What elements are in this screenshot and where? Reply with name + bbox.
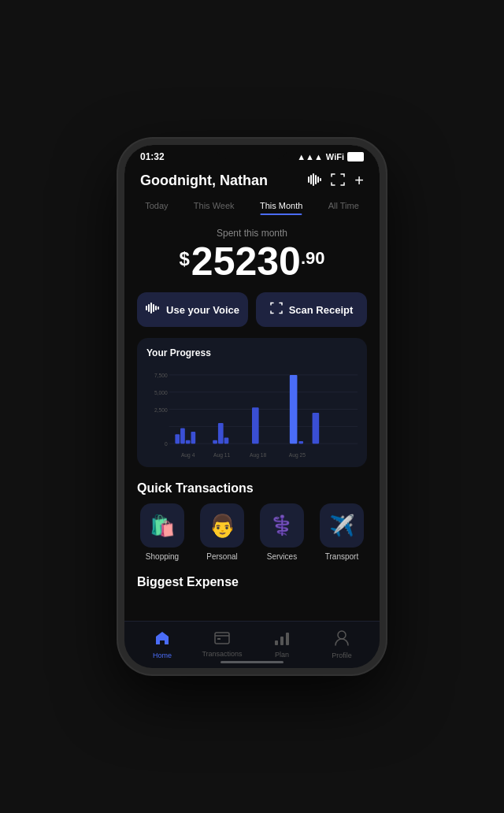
svg-rect-39 bbox=[275, 640, 278, 645]
header-icons: + bbox=[307, 172, 364, 190]
svg-rect-31 bbox=[313, 413, 320, 444]
svg-text:5,000: 5,000 bbox=[154, 390, 168, 397]
amount-display: $ 25230 .90 bbox=[140, 242, 364, 281]
svg-rect-21 bbox=[175, 434, 180, 444]
svg-rect-38 bbox=[217, 638, 220, 640]
svg-text:2,500: 2,500 bbox=[154, 406, 168, 414]
transactions-nav-icon bbox=[214, 632, 230, 648]
status-icons: ▲▲▲ WiFi 100 bbox=[297, 152, 364, 161]
transport-icon: ✈️ bbox=[329, 514, 354, 538]
add-icon[interactable]: + bbox=[354, 172, 364, 190]
svg-rect-7 bbox=[148, 304, 150, 312]
svg-rect-29 bbox=[290, 375, 298, 444]
qt-item-personal[interactable]: 👨 Personal bbox=[200, 503, 244, 561]
personal-label: Personal bbox=[206, 552, 237, 561]
services-icon: ⚕️ bbox=[270, 514, 294, 536]
notch bbox=[217, 145, 287, 159]
time-filter-tabs: Today This Week This Month All Time bbox=[124, 195, 380, 217]
greeting-text: Goodnight, Nathan bbox=[140, 173, 268, 189]
svg-rect-28 bbox=[252, 407, 259, 444]
chart-title: Your Progress bbox=[146, 347, 358, 358]
shopping-icon-wrap: 🛍️ bbox=[140, 503, 184, 548]
scan-btn-icon bbox=[270, 302, 283, 317]
tab-all-time[interactable]: All Time bbox=[324, 198, 364, 213]
home-nav-icon bbox=[154, 630, 170, 650]
use-voice-button[interactable]: Use your Voice bbox=[137, 292, 248, 327]
services-icon-wrap: ⚕️ bbox=[260, 503, 304, 548]
biggest-expense-title: Biggest Expense bbox=[124, 572, 380, 594]
tab-this-month[interactable]: This Month bbox=[255, 198, 307, 213]
qt-item-transport[interactable]: ✈️ Transport bbox=[320, 503, 364, 561]
phone-frame: 01:32 ▲▲▲ WiFi 100 Goodnight, Nathan bbox=[118, 139, 386, 674]
amount-section: Spent this month $ 25230 .90 bbox=[124, 220, 380, 292]
bottom-nav: Home Transactions bbox=[124, 621, 380, 668]
svg-text:Aug 11: Aug 11 bbox=[213, 451, 230, 458]
chart-svg: 7,500 5,000 2,500 0 bbox=[146, 366, 358, 461]
svg-rect-40 bbox=[280, 637, 284, 645]
svg-rect-25 bbox=[213, 440, 217, 444]
scan-btn-label: Scan Receipt bbox=[289, 304, 354, 316]
tab-this-week[interactable]: This Week bbox=[189, 198, 239, 213]
tab-today[interactable]: Today bbox=[140, 198, 172, 213]
qt-item-services[interactable]: ⚕️ Services bbox=[260, 503, 304, 561]
svg-text:Aug 18: Aug 18 bbox=[250, 451, 266, 458]
dollar-sign: $ bbox=[180, 248, 190, 270]
svg-text:7,500: 7,500 bbox=[154, 373, 168, 380]
svg-rect-23 bbox=[186, 440, 191, 444]
svg-rect-6 bbox=[146, 306, 147, 310]
shopping-icon: 🛍️ bbox=[150, 514, 175, 538]
services-label: Services bbox=[267, 552, 297, 561]
plan-nav-icon bbox=[274, 631, 290, 649]
quick-transactions-grid: 🛍️ Shopping 👨 Personal ⚕️ Services bbox=[124, 503, 380, 572]
personal-icon-wrap: 👨 bbox=[200, 503, 244, 548]
nav-plan[interactable]: Plan bbox=[252, 631, 312, 659]
amount-cents: .90 bbox=[301, 248, 325, 269]
nav-profile[interactable]: Profile bbox=[312, 630, 372, 659]
svg-rect-10 bbox=[155, 306, 157, 310]
svg-rect-2 bbox=[313, 173, 314, 186]
nav-home[interactable]: Home bbox=[132, 630, 192, 659]
quick-transactions-title: Quick Transactions bbox=[124, 478, 380, 503]
action-buttons: Use your Voice Scan Receipt bbox=[124, 292, 380, 338]
scan-header-icon[interactable] bbox=[331, 173, 345, 190]
svg-rect-1 bbox=[310, 175, 312, 184]
phone-screen: 01:32 ▲▲▲ WiFi 100 Goodnight, Nathan bbox=[124, 145, 380, 668]
svg-point-42 bbox=[338, 631, 346, 639]
svg-rect-5 bbox=[320, 178, 321, 181]
battery-icon: 100 bbox=[347, 152, 364, 161]
svg-rect-8 bbox=[150, 303, 152, 314]
signal-icon: ▲▲▲ bbox=[297, 152, 323, 161]
svg-rect-41 bbox=[286, 633, 289, 645]
transactions-nav-label: Transactions bbox=[202, 650, 242, 658]
home-indicator bbox=[220, 661, 284, 663]
svg-rect-9 bbox=[153, 304, 154, 312]
header: Goodnight, Nathan bbox=[124, 165, 380, 195]
svg-rect-26 bbox=[218, 423, 224, 444]
transport-label: Transport bbox=[325, 552, 358, 561]
profile-nav-icon bbox=[335, 630, 349, 650]
home-nav-label: Home bbox=[153, 652, 172, 659]
shopping-label: Shopping bbox=[146, 552, 179, 561]
progress-chart-card: Your Progress 7,500 5,000 2,500 0 bbox=[137, 338, 367, 467]
plan-nav-label: Plan bbox=[275, 651, 289, 659]
voice-btn-label: Use your Voice bbox=[166, 304, 239, 316]
svg-text:Aug 25: Aug 25 bbox=[289, 451, 306, 458]
svg-rect-24 bbox=[191, 432, 195, 444]
profile-nav-label: Profile bbox=[332, 652, 352, 659]
main-scroll: Goodnight, Nathan bbox=[124, 165, 380, 668]
svg-rect-36 bbox=[215, 633, 229, 644]
svg-rect-22 bbox=[180, 429, 185, 444]
svg-rect-0 bbox=[308, 176, 309, 183]
amount-main: 25230 bbox=[191, 242, 301, 281]
voice-header-icon[interactable] bbox=[307, 173, 321, 189]
scan-receipt-button[interactable]: Scan Receipt bbox=[256, 292, 367, 327]
voice-btn-icon bbox=[146, 303, 160, 317]
chart-area: 7,500 5,000 2,500 0 bbox=[146, 366, 358, 461]
svg-rect-3 bbox=[315, 175, 317, 184]
nav-transactions[interactable]: Transactions bbox=[192, 632, 252, 658]
svg-rect-27 bbox=[224, 438, 229, 444]
qt-item-shopping[interactable]: 🛍️ Shopping bbox=[140, 503, 184, 561]
svg-rect-11 bbox=[158, 306, 159, 310]
svg-text:0: 0 bbox=[165, 441, 168, 448]
status-time: 01:32 bbox=[140, 151, 165, 162]
